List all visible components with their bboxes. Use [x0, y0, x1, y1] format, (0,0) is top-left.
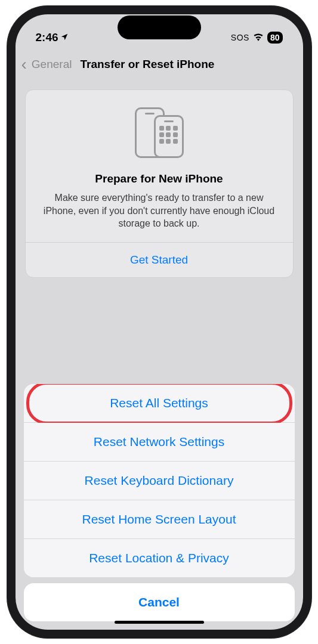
location-icon	[60, 33, 69, 43]
sheet-options-group: Reset All Settings Reset Network Setting…	[24, 384, 295, 577]
reset-home-screen-layout-option[interactable]: Reset Home Screen Layout	[24, 500, 295, 539]
page-title: Transfer or Reset iPhone	[80, 58, 214, 71]
sos-indicator: SOS	[231, 33, 249, 42]
prepare-body: Prepare for New iPhone Make sure everyth…	[26, 90, 293, 242]
dynamic-island	[118, 16, 201, 39]
status-time: 2:46	[36, 31, 58, 44]
cancel-button[interactable]: Cancel	[24, 583, 295, 621]
action-sheet: Reset All Settings Reset Network Setting…	[16, 384, 303, 630]
phone-apps-icon	[154, 115, 184, 158]
content-area: Prepare for New iPhone Make sure everyth…	[16, 79, 303, 289]
prepare-card: Prepare for New iPhone Make sure everyth…	[25, 89, 294, 278]
reset-location-privacy-option[interactable]: Reset Location & Privacy	[24, 539, 295, 577]
device-transfer-icon	[38, 104, 281, 158]
phone-frame: 2:46 SOS 80 ‹ General Transfer or Reset …	[7, 6, 311, 638]
home-indicator[interactable]	[115, 621, 204, 624]
status-left: 2:46	[36, 31, 69, 44]
prepare-description: Make sure everything's ready to transfer…	[38, 191, 281, 230]
prepare-title: Prepare for New iPhone	[38, 172, 281, 185]
reset-keyboard-dictionary-option[interactable]: Reset Keyboard Dictionary	[24, 462, 295, 500]
back-button-label[interactable]: General	[32, 58, 72, 71]
reset-network-settings-option[interactable]: Reset Network Settings	[24, 423, 295, 462]
reset-all-settings-option[interactable]: Reset All Settings	[24, 384, 295, 423]
status-right: SOS 80	[231, 31, 283, 44]
nav-bar: ‹ General Transfer or Reset iPhone	[16, 50, 303, 79]
get-started-button[interactable]: Get Started	[26, 243, 293, 277]
battery-indicator: 80	[267, 32, 283, 44]
back-chevron-icon[interactable]: ‹	[21, 55, 27, 74]
screen: 2:46 SOS 80 ‹ General Transfer or Reset …	[16, 14, 303, 630]
wifi-icon	[253, 31, 264, 44]
